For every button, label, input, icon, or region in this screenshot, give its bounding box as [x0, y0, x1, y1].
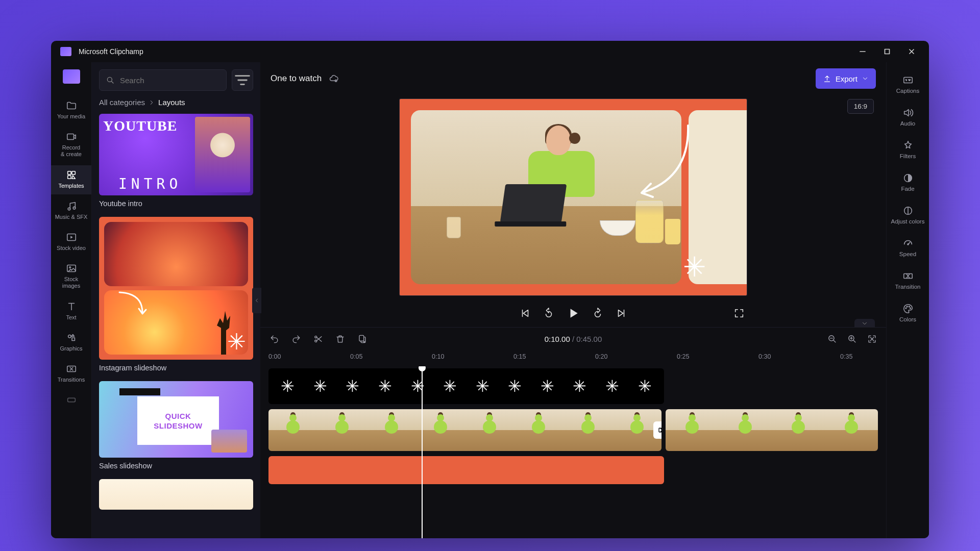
- svg-rect-35: [903, 78, 912, 83]
- nav-graphics[interactable]: Graphics: [51, 328, 91, 357]
- redo-button[interactable]: [291, 334, 301, 344]
- svg-point-43: [910, 308, 911, 309]
- svg-line-18: [111, 81, 113, 83]
- svg-line-31: [853, 340, 855, 342]
- skip-start-button[interactable]: [520, 308, 531, 319]
- main-area: One to watch Export 16:9: [260, 62, 886, 538]
- prop-speed[interactable]: Speed: [887, 233, 929, 263]
- window-close-button[interactable]: [899, 43, 924, 60]
- timeline-expand-button[interactable]: [854, 319, 875, 328]
- fullscreen-button[interactable]: [733, 308, 745, 319]
- prop-audio[interactable]: Audio: [887, 102, 929, 133]
- delete-button[interactable]: [335, 334, 345, 344]
- nav-record-create[interactable]: Record & create: [51, 127, 91, 163]
- app-window: Microsoft Clipchamp Your media Record & …: [51, 41, 929, 538]
- nav-stock-video[interactable]: Stock video: [51, 228, 91, 257]
- cloud-sync-icon[interactable]: [329, 73, 339, 84]
- template-card-sales[interactable]: QUICK SLIDESHOW Sales slideshow: [99, 381, 253, 470]
- duplicate-button[interactable]: [357, 334, 367, 344]
- filter-button[interactable]: [232, 69, 253, 91]
- nav-more[interactable]: [51, 390, 91, 411]
- nav-templates[interactable]: Templates: [51, 165, 91, 194]
- track-video[interactable]: [268, 409, 878, 451]
- app-logo-icon: [60, 47, 71, 56]
- template-card-youtube[interactable]: YOUTUBE INTRO Youtube intro: [99, 114, 253, 208]
- svg-rect-16: [67, 398, 75, 402]
- upload-icon: [823, 74, 831, 83]
- nav-transitions[interactable]: Transitions: [51, 359, 91, 388]
- prop-filters[interactable]: Filters: [887, 135, 929, 165]
- transition-badge[interactable]: [653, 421, 662, 439]
- search-input[interactable]: [120, 76, 220, 85]
- svg-rect-1: [885, 49, 890, 54]
- svg-point-8: [68, 208, 70, 210]
- prop-fade[interactable]: Fade: [887, 167, 929, 198]
- prop-adjust-colors[interactable]: Adjust colors: [887, 200, 929, 231]
- zoom-fit-button[interactable]: [867, 334, 877, 344]
- app-title: Microsoft Clipchamp: [79, 47, 143, 56]
- svg-rect-25: [359, 335, 364, 341]
- template-thumb: QUICK SLIDESHOW: [99, 381, 253, 458]
- window-minimize-button[interactable]: [850, 43, 875, 60]
- nav-stock-images[interactable]: Stock images: [51, 259, 91, 294]
- template-thumb: YOUTUBE INTRO: [99, 114, 253, 195]
- forward-button[interactable]: [592, 308, 603, 319]
- split-button[interactable]: [313, 334, 323, 344]
- track-effects[interactable]: ✳✳✳✳✳✳✳✳✳✳✳✳: [268, 368, 664, 404]
- template-card-instagram[interactable]: ✳ Instagram slideshow: [99, 217, 253, 372]
- properties-rail: Captions Audio Filters Fade Adjust color…: [886, 62, 929, 538]
- chevron-down-icon: [862, 75, 869, 82]
- chevron-right-icon: [148, 99, 155, 106]
- sparkle-overlay-icon: ✳: [683, 251, 706, 283]
- prop-transition[interactable]: Transition: [887, 265, 929, 296]
- window-maximize-button[interactable]: [875, 43, 899, 60]
- nav-music-sfx[interactable]: Music & SFX: [51, 196, 91, 226]
- timeline-tracks[interactable]: ✳✳✳✳✳✳✳✳✳✳✳✳: [260, 366, 886, 538]
- search-icon: [106, 76, 115, 85]
- svg-point-9: [73, 207, 76, 209]
- preview-canvas[interactable]: ✳: [400, 99, 747, 295]
- svg-rect-11: [67, 265, 76, 272]
- template-card-extra[interactable]: [99, 479, 253, 510]
- titlebar: Microsoft Clipchamp: [51, 41, 929, 62]
- undo-button[interactable]: [270, 334, 279, 344]
- nav-your-media[interactable]: Your media: [51, 96, 91, 125]
- brand-logo-icon[interactable]: [63, 69, 80, 84]
- svg-point-42: [909, 306, 910, 307]
- prop-colors[interactable]: Colors: [887, 298, 929, 329]
- playhead[interactable]: [422, 366, 423, 538]
- svg-rect-4: [67, 134, 74, 140]
- prop-captions[interactable]: Captions: [887, 69, 929, 100]
- zoom-in-button[interactable]: [847, 334, 857, 344]
- skip-end-button[interactable]: [616, 308, 627, 319]
- svg-point-40: [905, 308, 906, 309]
- svg-point-13: [68, 335, 71, 338]
- template-label: Youtube intro: [99, 199, 253, 208]
- templates-panel: All categories Layouts YOUTUBE INTRO You…: [92, 62, 260, 538]
- template-thumb: [99, 479, 253, 510]
- export-button[interactable]: Export: [816, 68, 876, 89]
- rewind-button[interactable]: [543, 308, 554, 319]
- top-bar: One to watch Export: [260, 62, 886, 95]
- svg-rect-6: [71, 171, 75, 174]
- video-clip-1[interactable]: [268, 409, 662, 451]
- aspect-ratio-badge[interactable]: 16:9: [847, 99, 874, 114]
- project-title[interactable]: One to watch: [271, 73, 322, 84]
- zoom-out-button[interactable]: [827, 334, 837, 344]
- filter-icon: [232, 70, 253, 90]
- timeline-toolbar: 0:10.00 / 0:45.00: [260, 328, 886, 350]
- svg-point-41: [906, 306, 908, 307]
- breadcrumb-current: Layouts: [158, 98, 185, 107]
- timeline-time-display: 0:10.00 / 0:45.00: [545, 335, 602, 343]
- nav-text[interactable]: Text: [51, 297, 91, 326]
- svg-point-12: [69, 267, 70, 268]
- play-button[interactable]: [567, 307, 580, 320]
- video-clip-2[interactable]: [666, 409, 878, 451]
- breadcrumb-root[interactable]: All categories: [99, 98, 145, 107]
- track-audio[interactable]: [268, 456, 664, 484]
- svg-rect-5: [67, 171, 70, 174]
- arrow-icon: [114, 288, 150, 319]
- timeline-ruler[interactable]: 0:00 0:05 0:10 0:15 0:20 0:25 0:30 0:35: [268, 350, 878, 366]
- svg-line-28: [834, 340, 836, 342]
- search-input-wrap[interactable]: [99, 69, 227, 91]
